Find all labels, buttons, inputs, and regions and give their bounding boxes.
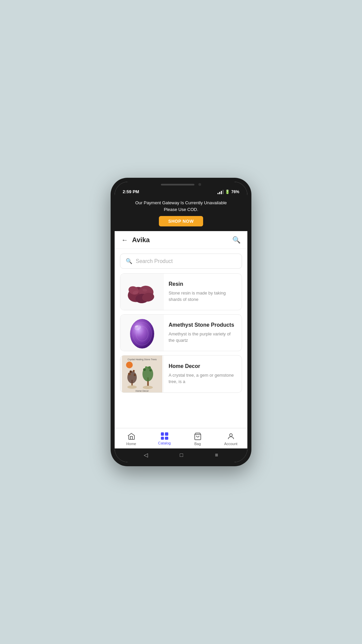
category-card-amethyst[interactable]: Amethyst Stone Products Amethyst is the … xyxy=(120,314,242,351)
amethyst-image xyxy=(120,315,164,351)
home-icon xyxy=(127,432,135,440)
home-decor-image: Crystal Healing Stone Trees xyxy=(120,356,164,392)
search-container: 🔍 Search Product xyxy=(115,249,247,273)
svg-point-27 xyxy=(127,385,137,389)
battery-icon: 🔋 xyxy=(225,190,230,194)
system-bar: ◁ □ ≡ xyxy=(115,448,247,462)
app-content: ← Avika 🔍 🔍 Search Product xyxy=(115,231,247,448)
battery-percent: 76% xyxy=(231,190,239,194)
resin-image xyxy=(120,274,164,310)
svg-point-25 xyxy=(145,366,147,368)
svg-point-19 xyxy=(130,371,132,373)
svg-point-20 xyxy=(133,370,135,372)
shop-now-button[interactable]: SHOP NOW xyxy=(159,216,203,226)
app-header: ← Avika 🔍 xyxy=(115,231,247,249)
camera-dot xyxy=(198,183,201,186)
svg-point-31 xyxy=(230,434,232,436)
back-button[interactable]: ← xyxy=(121,236,128,244)
resin-svg xyxy=(125,278,159,306)
menu-system-button[interactable]: ≡ xyxy=(215,452,218,458)
amethyst-info: Amethyst Stone Products Amethyst is the … xyxy=(164,315,242,351)
app-title: Avika xyxy=(132,236,150,244)
search-bar[interactable]: 🔍 Search Product xyxy=(120,254,242,269)
amethyst-name: Amethyst Stone Products xyxy=(169,322,237,329)
nav-item-home[interactable]: Home xyxy=(115,431,148,447)
status-right: 🔋 76% xyxy=(218,190,239,194)
phone-screen: 2:59 PM 🔋 76% Our Payment Gateway Is Cur… xyxy=(115,182,247,462)
nav-item-catalog[interactable]: Catalog xyxy=(148,431,181,447)
back-system-button[interactable]: ◁ xyxy=(144,452,148,458)
status-bar: 2:59 PM 🔋 76% xyxy=(115,186,247,196)
svg-point-18 xyxy=(134,374,136,376)
home-decor-bg: Crystal Healing Stone Trees xyxy=(122,356,162,392)
resin-info: Resin Stone resin is made by taking shar… xyxy=(164,274,242,310)
notch-area xyxy=(115,182,247,186)
payment-banner: Our Payment Gateway Is Currently Unavail… xyxy=(115,196,247,231)
bottom-nav: Home Catalog xyxy=(115,428,247,448)
nav-item-bag[interactable]: Bag xyxy=(181,431,214,447)
amethyst-svg xyxy=(127,317,157,349)
nav-label-account: Account xyxy=(224,442,238,446)
svg-point-24 xyxy=(149,369,152,372)
nav-label-bag: Bag xyxy=(194,442,201,446)
svg-point-28 xyxy=(143,386,153,389)
svg-point-26 xyxy=(148,366,151,369)
nav-label-catalog: Catalog xyxy=(158,441,171,445)
svg-point-14 xyxy=(126,362,133,368)
home-system-button[interactable]: □ xyxy=(180,452,183,458)
category-list: Resin Stone resin is made by taking shar… xyxy=(115,273,247,428)
home-decor-info: Home Decor A crystal tree, a gem or gems… xyxy=(164,356,242,392)
search-icon: 🔍 xyxy=(126,258,132,264)
home-decor-name: Home Decor xyxy=(169,363,237,370)
signal-icon xyxy=(218,190,224,194)
banner-message: Our Payment Gateway Is Currently Unavail… xyxy=(121,200,241,213)
header-search-icon[interactable]: 🔍 xyxy=(232,236,241,244)
resin-name: Resin xyxy=(169,281,237,288)
svg-point-17 xyxy=(128,373,131,375)
resin-desc: Stone resin is made by taking shards of … xyxy=(169,290,237,303)
category-card-home-decor[interactable]: Crystal Healing Stone Trees xyxy=(120,355,242,393)
status-time: 2:59 PM xyxy=(123,189,139,194)
notch-pill xyxy=(161,184,194,185)
svg-text:Crystal Healing Stone Trees: Crystal Healing Stone Trees xyxy=(127,358,157,361)
nav-label-home: Home xyxy=(126,442,136,446)
search-placeholder-text: Search Product xyxy=(136,258,173,264)
catalog-icon xyxy=(161,432,168,440)
category-card-resin[interactable]: Resin Stone resin is made by taking shar… xyxy=(120,273,242,310)
amethyst-desc: Amethyst is the purple variety of the qu… xyxy=(169,331,237,344)
home-decor-desc: A crystal tree, a gem or gemstone tree, … xyxy=(169,372,237,385)
phone-frame: 2:59 PM 🔋 76% Our Payment Gateway Is Cur… xyxy=(111,178,251,466)
svg-text:Home Decor: Home Decor xyxy=(135,390,149,392)
account-icon xyxy=(227,432,235,440)
nav-item-account[interactable]: Account xyxy=(214,431,247,447)
home-decor-svg: Crystal Healing Stone Trees xyxy=(122,356,162,392)
bag-icon xyxy=(194,432,202,440)
header-left: ← Avika xyxy=(121,236,150,244)
svg-point-23 xyxy=(143,368,146,371)
svg-point-7 xyxy=(130,319,154,348)
